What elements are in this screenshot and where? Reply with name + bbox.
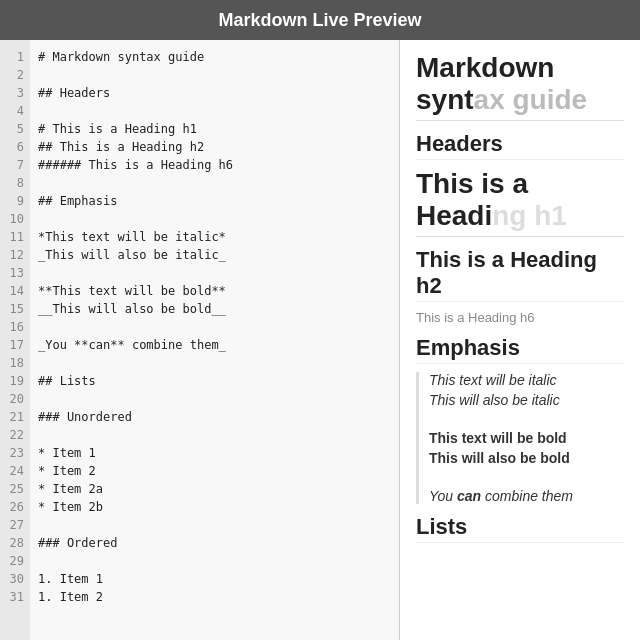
preview-pane: Markdown syntax guide Headers This is a … (400, 40, 640, 640)
editor-pane: 1 2 3 4 5 6 7 8 9 10 11 12 13 14 15 16 1… (0, 40, 400, 640)
line-numbers: 1 2 3 4 5 6 7 8 9 10 11 12 13 14 15 16 1… (0, 40, 30, 640)
preview-h1-title: Markdown syntax guide (416, 52, 624, 121)
bold-text-1: This text will be bold (429, 430, 624, 446)
preview-headers-heading: Headers (416, 131, 624, 160)
bold-text-2: This will also be bold (429, 450, 624, 466)
preview-lists-heading: Lists (416, 514, 624, 543)
preview-h6-example: This is a Heading h6 (416, 310, 624, 325)
italic-text-2: This will also be italic (429, 392, 624, 408)
emphasis-block: This text will be italic This will also … (416, 372, 624, 504)
preview-h2-example: This is a Heading h2 (416, 247, 624, 302)
italic-text-1: This text will be italic (429, 372, 624, 388)
preview-h1-example: This is a Heading h1 (416, 168, 624, 237)
preview-emphasis-heading: Emphasis (416, 335, 624, 364)
combine-text: You can combine them (429, 488, 624, 504)
code-editor[interactable]: # Markdown syntax guide ## Headers # Thi… (30, 40, 399, 640)
app-title: Markdown Live Preview (218, 10, 421, 30)
title-bar: Markdown Live Preview (0, 0, 640, 40)
